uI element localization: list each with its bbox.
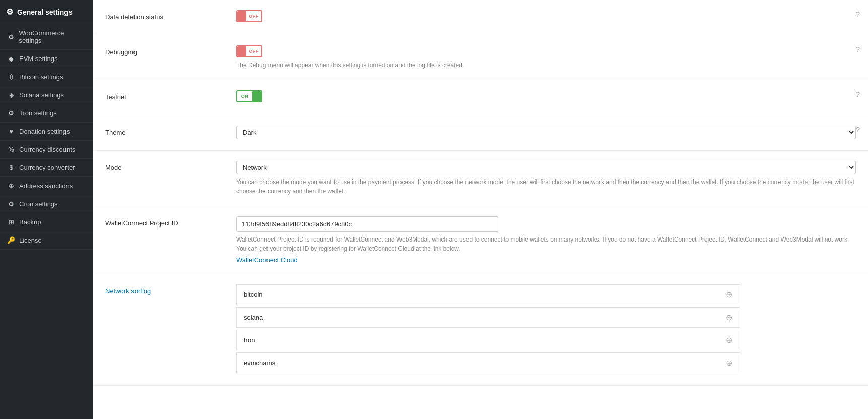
sidebar-icon-cron: ⚙ (7, 200, 15, 208)
testnet-toggle-label: ON (237, 94, 252, 99)
mode-select[interactable]: Network Currency (236, 161, 856, 174)
sidebar-label-currency-discounts: Currency discounts (19, 146, 75, 153)
sidebar-icon-evm: ◆ (7, 55, 15, 63)
sidebar-item-cron[interactable]: ⚙Cron settings (0, 195, 93, 213)
drag-icon[interactable]: ⊕ (726, 358, 732, 368)
network-item-label: bitcoin (244, 291, 263, 298)
testnet-row: Testnet ON ? (93, 80, 868, 115)
theme-row: Theme Dark Light ? (93, 115, 868, 151)
network-item-bitcoin[interactable]: bitcoin⊕ (236, 284, 740, 305)
sidebar-icon-currency-converter: $ (7, 164, 15, 171)
main-content: Data deletion status OFF ? Debugging OFF… (93, 0, 868, 419)
mode-hint: You can choose the mode you want to use … (236, 177, 856, 196)
sidebar-item-bitcoin[interactable]: ₿Bitcoin settings (0, 68, 93, 86)
sidebar-item-tron[interactable]: ⚙Tron settings (0, 104, 93, 123)
walletconnect-hint: WalletConnect Project ID is required for… (236, 235, 856, 253)
mode-control: Network Currency You can choose the mode… (236, 161, 856, 196)
sidebar-label-solana: Solana settings (19, 91, 64, 99)
sidebar-label-donation: Donation settings (19, 128, 70, 135)
theme-control: Dark Light (236, 126, 856, 139)
drag-icon[interactable]: ⊕ (726, 290, 732, 300)
sidebar-title: General settings (17, 8, 73, 16)
sidebar-item-currency-discounts[interactable]: %Currency discounts (0, 141, 93, 159)
testnet-label: Testnet (105, 90, 236, 101)
sidebar-icon-license: 🔑 (7, 236, 15, 244)
drag-icon[interactable]: ⊕ (726, 335, 732, 345)
sidebar-item-donation[interactable]: ♥Donation settings (0, 123, 93, 141)
network-item-label: evmchains (244, 359, 275, 367)
sidebar-label-evm: EVM settings (19, 55, 58, 63)
walletconnect-control: WalletConnect Project ID is required for… (236, 216, 856, 264)
debugging-toggle-label: OFF (246, 49, 261, 54)
debugging-toggle[interactable]: OFF (236, 45, 262, 57)
theme-select[interactable]: Dark Light (236, 126, 856, 139)
sidebar-item-address-sanctions[interactable]: ⊕Address sanctions (0, 177, 93, 195)
network-list: bitcoin⊕solana⊕tron⊕evmchains⊕ (236, 284, 740, 375)
testnet-toggle-knob (252, 91, 261, 101)
sidebar-item-woocommerce[interactable]: ⚙WooCommerce settings (0, 24, 93, 50)
gear-icon: ⚙ (6, 7, 13, 17)
sidebar-label-backup: Backup (19, 218, 41, 226)
data-deletion-row: Data deletion status OFF ? (93, 0, 868, 35)
debugging-label: Debugging (105, 45, 236, 56)
sidebar-label-cron: Cron settings (19, 200, 58, 208)
sidebar-icon-bitcoin: ₿ (7, 73, 15, 81)
sidebar-icon-woocommerce: ⚙ (7, 33, 15, 41)
network-item-evmchains[interactable]: evmchains⊕ (236, 352, 740, 373)
theme-label: Theme (105, 126, 236, 136)
data-deletion-label: Data deletion status (105, 10, 236, 21)
testnet-control: ON (236, 90, 856, 102)
network-item-label: solana (244, 314, 263, 321)
data-deletion-help-icon[interactable]: ? (856, 10, 860, 18)
sidebar-item-backup[interactable]: ⊞Backup (0, 213, 93, 231)
sidebar-item-license[interactable]: 🔑License (0, 231, 93, 250)
walletconnect-input[interactable] (236, 216, 498, 232)
sidebar-header: ⚙ General settings (0, 0, 93, 24)
sidebar-icon-solana: ◈ (7, 91, 15, 99)
debugging-toggle-knob (237, 46, 246, 56)
sidebar-label-currency-converter: Currency converter (19, 164, 75, 171)
data-deletion-toggle[interactable]: OFF (236, 10, 262, 22)
walletconnect-cloud-link[interactable]: WalletConnect Cloud (236, 256, 856, 264)
drag-icon[interactable]: ⊕ (726, 313, 732, 322)
mode-label: Mode (105, 161, 236, 171)
sidebar-label-bitcoin: Bitcoin settings (19, 73, 63, 81)
data-deletion-toggle-knob (237, 11, 246, 21)
debugging-hint: The Debug menu will appear when this set… (236, 61, 856, 70)
walletconnect-row: WalletConnect Project ID WalletConnect P… (93, 206, 868, 274)
sidebar: ⚙ General settings ⚙WooCommerce settings… (0, 0, 93, 419)
sidebar-label-woocommerce: WooCommerce settings (19, 29, 86, 44)
theme-help-icon[interactable]: ? (856, 126, 860, 134)
sidebar-icon-currency-discounts: % (7, 146, 15, 153)
sidebar-item-evm[interactable]: ◆EVM settings (0, 50, 93, 68)
mode-row: Mode Network Currency You can choose the… (93, 151, 868, 206)
data-deletion-control: OFF (236, 10, 856, 22)
network-sorting-label: Network sorting (105, 284, 236, 295)
sidebar-icon-donation: ♥ (7, 128, 15, 135)
sidebar-icon-tron: ⚙ (7, 109, 15, 117)
testnet-help-icon[interactable]: ? (856, 90, 860, 98)
walletconnect-label: WalletConnect Project ID (105, 216, 236, 227)
sidebar-icon-address-sanctions: ⊕ (7, 182, 15, 190)
sidebar-label-address-sanctions: Address sanctions (19, 182, 73, 190)
sidebar-item-solana[interactable]: ◈Solana settings (0, 86, 93, 104)
network-item-label: tron (244, 336, 255, 344)
debugging-row: Debugging OFF The Debug menu will appear… (93, 35, 868, 80)
data-deletion-toggle-label: OFF (246, 14, 261, 19)
sidebar-label-tron: Tron settings (19, 109, 57, 117)
sidebar-icon-backup: ⊞ (7, 218, 15, 226)
debugging-help-icon[interactable]: ? (856, 45, 860, 53)
testnet-toggle[interactable]: ON (236, 90, 262, 102)
network-sorting-row: Network sorting bitcoin⊕solana⊕tron⊕evmc… (93, 274, 868, 386)
sidebar-label-license: License (19, 236, 42, 244)
network-item-solana[interactable]: solana⊕ (236, 307, 740, 328)
network-sorting-control: bitcoin⊕solana⊕tron⊕evmchains⊕ (236, 284, 856, 375)
network-item-tron[interactable]: tron⊕ (236, 330, 740, 350)
sidebar-item-currency-converter[interactable]: $Currency converter (0, 159, 93, 177)
debugging-control: OFF The Debug menu will appear when this… (236, 45, 856, 70)
